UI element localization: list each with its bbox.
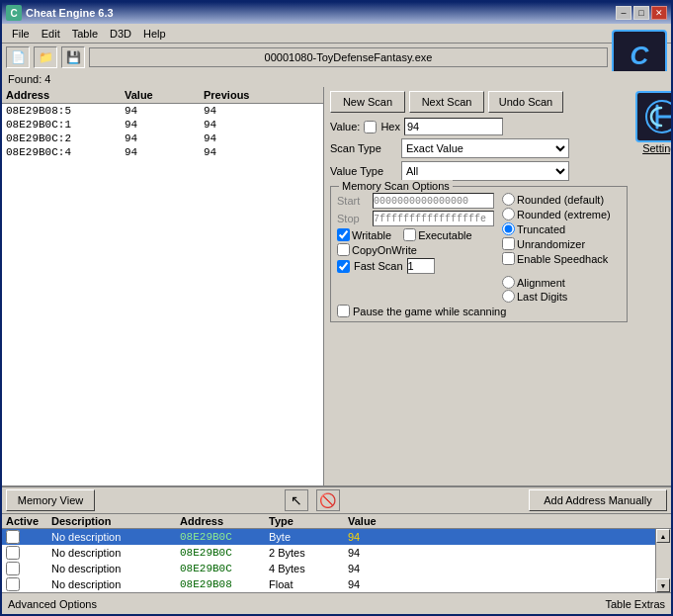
scan-val-2: 94 <box>125 132 204 144</box>
btr-checkbox-3[interactable] <box>6 577 20 591</box>
pause-row: Pause the game while scanning <box>337 305 621 317</box>
bottom-table-row-3[interactable]: No description 08E29B08 Float 94 <box>2 576 655 592</box>
next-scan-button[interactable]: Next Scan <box>409 91 484 113</box>
menu-help[interactable]: Help <box>137 26 172 42</box>
menu-file[interactable]: File <box>6 26 36 42</box>
col-value-header: Value <box>125 89 204 101</box>
rounded-extreme-radio[interactable] <box>502 208 515 220</box>
toolbar-btn-2[interactable]: 📁 <box>34 46 57 68</box>
scan-result-row-1[interactable]: 08E29B0C:1 94 94 <box>2 118 323 132</box>
scan-result-row-0[interactable]: 08E29B08:5 94 94 <box>2 104 323 118</box>
rounded-extreme-option[interactable]: Rounded (extreme) <box>502 208 621 220</box>
rounded-default-radio[interactable] <box>502 193 515 206</box>
hex-checkbox[interactable] <box>364 121 377 133</box>
scrollbar-down-btn[interactable]: ▼ <box>656 578 670 592</box>
copyonwrite-checkbox[interactable] <box>337 243 350 256</box>
btr-active-0 <box>6 530 51 544</box>
undo-scan-button[interactable]: Undo Scan <box>488 91 563 113</box>
no-entry-icon[interactable]: 🚫 <box>316 489 340 511</box>
maximize-button[interactable]: □ <box>633 6 649 20</box>
alignment-radio[interactable] <box>502 276 515 289</box>
speedhack-option[interactable]: Enable Speedhack <box>502 252 621 265</box>
start-input[interactable] <box>373 193 494 209</box>
scan-btns-col: New Scan Next Scan Undo Scan Value: Hex … <box>330 91 628 322</box>
bottom-section: Memory View ↖ 🚫 Add Address Manually Act… <box>2 485 671 592</box>
menu-d3d[interactable]: D3D <box>104 26 137 42</box>
memory-scan-options-title: Memory Scan Options <box>339 180 453 192</box>
app-icon: C <box>6 5 22 21</box>
menu-table[interactable]: Table <box>66 26 104 42</box>
pause-label: Pause the game while scanning <box>353 306 506 317</box>
bottom-table-area: Active Description Address Type Value No… <box>2 514 671 592</box>
toolbar-btn-1[interactable]: 📄 <box>6 46 30 68</box>
bottom-table-rows: No description 08E29B0C Byte 94 No descr… <box>2 529 655 592</box>
scan-result-row-3[interactable]: 08E29B0C:4 94 94 <box>2 145 323 159</box>
scan-prev-3: 94 <box>204 146 283 158</box>
advanced-options-link[interactable]: Advanced Options <box>8 598 97 610</box>
bottom-table-row-2[interactable]: No description 08E29B0C 4 Bytes 94 <box>2 561 655 576</box>
stop-input[interactable] <box>373 211 494 226</box>
last-digits-radio[interactable] <box>502 290 515 303</box>
fast-scan-checkbox[interactable] <box>337 260 350 273</box>
bottom-table-row-1[interactable]: No description 08E29B0C 2 Bytes 94 <box>2 545 655 561</box>
add-address-button[interactable]: Add Address Manually <box>529 489 667 511</box>
settings-label[interactable]: Settings <box>642 142 671 154</box>
menu-edit[interactable]: Edit <box>36 26 66 42</box>
pointer-icon[interactable]: ↖ <box>285 489 308 511</box>
ce-logo-svg <box>643 98 671 135</box>
minimize-button[interactable]: – <box>616 6 631 20</box>
executable-label: Executable <box>403 228 471 241</box>
truncated-option[interactable]: Truncated <box>502 222 621 235</box>
btr-val-1: 94 <box>348 547 447 559</box>
unrandomizer-checkbox[interactable] <box>502 237 515 250</box>
memory-view-button[interactable]: Memory View <box>6 489 95 511</box>
value-input[interactable] <box>404 118 503 135</box>
fast-scan-row: Fast Scan <box>337 258 494 274</box>
scan-val-3: 94 <box>125 146 204 158</box>
btr-checkbox-1[interactable] <box>6 546 20 560</box>
process-address-input[interactable] <box>89 47 608 67</box>
btr-addr-2: 08E29B0C <box>180 563 269 574</box>
fast-scan-label: Fast Scan <box>354 260 403 272</box>
alignment-spacer <box>337 276 494 303</box>
scrollbar-track <box>656 543 671 578</box>
scrollbar-up-btn[interactable]: ▲ <box>656 529 670 543</box>
truncated-radio[interactable] <box>502 222 515 235</box>
close-button[interactable]: ✕ <box>651 6 667 20</box>
scan-result-row-2[interactable]: 08E29B0C:2 94 94 <box>2 132 323 145</box>
scan-prev-2: 94 <box>204 132 283 144</box>
scan-list-header: Address Value Previous <box>2 87 323 104</box>
btr-desc-3: No description <box>51 578 180 590</box>
rounded-default-option[interactable]: Rounded (default) <box>502 193 621 206</box>
table-extras-link[interactable]: Table Extras <box>605 598 665 610</box>
writable-checkbox[interactable] <box>337 228 350 241</box>
pause-checkbox[interactable] <box>337 305 350 317</box>
mem-options-left: Start Stop Writa <box>337 193 494 274</box>
value-type-select[interactable]: All Byte 2 Bytes 4 Bytes Float Double Te… <box>401 161 569 181</box>
btr-checkbox-2[interactable] <box>6 562 20 575</box>
toolbar-btn-3[interactable]: 💾 <box>61 46 85 68</box>
speedhack-checkbox[interactable] <box>502 252 515 265</box>
btr-addr-1: 08E29B0C <box>180 547 269 559</box>
alignment-option[interactable]: Alignment <box>502 276 621 289</box>
btr-val-0: 94 <box>348 531 447 543</box>
scan-btns: New Scan Next Scan Undo Scan <box>330 91 628 113</box>
table-scrollbar[interactable]: ▲ ▼ <box>655 529 671 592</box>
memory-scan-options-group: Memory Scan Options Start Stop <box>330 186 628 322</box>
mem-options-right: Rounded (default) Rounded (extreme) Trun… <box>502 193 621 274</box>
ce-logo-large <box>635 91 671 142</box>
btr-active-1 <box>6 546 51 560</box>
executable-checkbox[interactable] <box>403 228 416 241</box>
scan-type-select[interactable]: Exact Value Bigger than... Smaller than.… <box>401 138 569 158</box>
new-scan-button[interactable]: New Scan <box>330 91 405 113</box>
fast-scan-input[interactable] <box>407 258 435 274</box>
btr-checkbox-0[interactable] <box>6 530 20 544</box>
scan-addr-3: 08E29B0C:4 <box>6 146 125 158</box>
alignment-options: Alignment Last Digits <box>502 276 621 303</box>
title-controls: – □ ✕ <box>616 6 667 20</box>
last-digits-option[interactable]: Last Digits <box>502 290 621 303</box>
stop-label: Stop <box>337 213 369 224</box>
bottom-table-row-0[interactable]: No description 08E29B0C Byte 94 <box>2 529 655 545</box>
scan-results-list: 08E29B08:5 94 94 08E29B0C:1 94 94 08E29B… <box>2 104 323 485</box>
unrandomizer-option[interactable]: Unrandomizer <box>502 237 621 250</box>
